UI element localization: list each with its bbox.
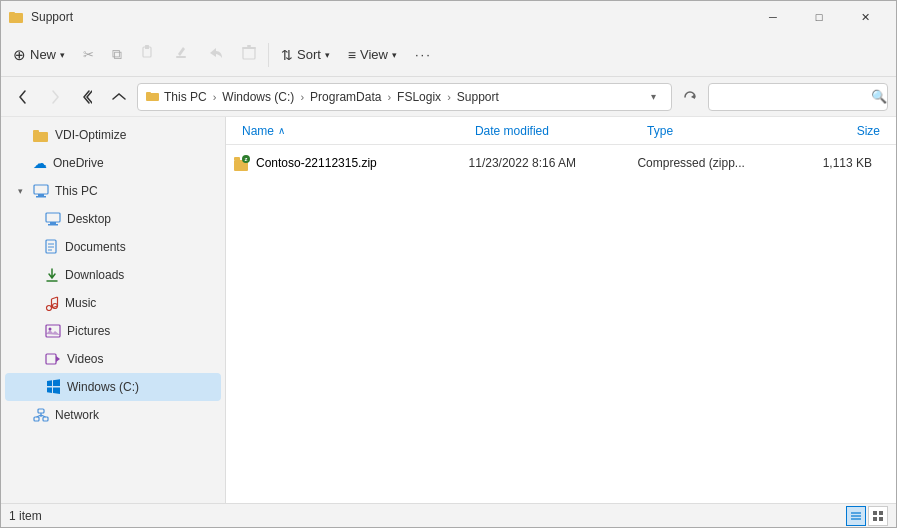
- file-date: 11/23/2022 8:16 AM: [469, 156, 638, 170]
- col-header-type[interactable]: Type: [639, 124, 785, 138]
- svg-point-24: [47, 306, 52, 311]
- title-folder-icon: [9, 9, 25, 25]
- more-button[interactable]: ···: [407, 39, 440, 71]
- delete-button[interactable]: [234, 39, 264, 71]
- download-icon: [45, 267, 59, 283]
- sidebar-label: OneDrive: [53, 156, 213, 170]
- main-content: VDI-Optimize ☁ OneDrive This PC Desktop …: [1, 117, 896, 503]
- svg-marker-10: [691, 94, 695, 99]
- sidebar-item-onedrive[interactable]: ☁ OneDrive: [5, 149, 221, 177]
- large-icon-view-button[interactable]: [868, 506, 888, 526]
- path-this-pc: This PC: [164, 90, 207, 104]
- view-label: View: [360, 47, 388, 62]
- col-header-size[interactable]: Size: [785, 124, 888, 138]
- address-path[interactable]: This PC › Windows (C:) › ProgramData › F…: [137, 83, 672, 111]
- file-area: Name ∧ Date modified Type Size z: [226, 117, 896, 503]
- table-row[interactable]: z Contoso-22112315.zip 11/23/2022 8:16 A…: [226, 149, 896, 177]
- path-windows: Windows (C:): [222, 90, 294, 104]
- sidebar-item-pictures[interactable]: Pictures: [5, 317, 221, 345]
- sidebar-item-music[interactable]: Music: [5, 289, 221, 317]
- svg-line-29: [52, 297, 58, 299]
- svg-rect-7: [247, 45, 251, 47]
- refresh-button[interactable]: [676, 83, 704, 111]
- docs-icon: [45, 239, 59, 255]
- sidebar-item-network[interactable]: Network: [5, 401, 221, 429]
- paste-icon: [140, 45, 156, 64]
- sidebar-label: VDI-Optimize: [55, 128, 213, 142]
- sidebar-item-videos[interactable]: Videos: [5, 345, 221, 373]
- sidebar-item-documents[interactable]: Documents: [5, 233, 221, 261]
- new-icon: ⊕: [13, 46, 26, 64]
- sidebar-item-desktop[interactable]: Desktop: [5, 205, 221, 233]
- forward-button[interactable]: [41, 83, 69, 111]
- sidebar-label: Desktop: [67, 212, 213, 226]
- toolbar: ⊕ New ▾ ✂ ⧉ ⇅ Sort ▾ ≡ View ▾ ·: [1, 33, 896, 77]
- svg-rect-32: [46, 354, 56, 364]
- videos-icon: [45, 352, 61, 366]
- new-button[interactable]: ⊕ New ▾: [5, 39, 73, 71]
- sidebar-item-windows-c[interactable]: Windows (C:): [5, 373, 221, 401]
- svg-rect-34: [38, 409, 44, 413]
- svg-rect-11: [33, 132, 48, 142]
- search-input[interactable]: [717, 90, 867, 104]
- view-button[interactable]: ≡ View ▾: [340, 39, 405, 71]
- svg-rect-36: [43, 417, 48, 421]
- sidebar-label: Downloads: [65, 268, 213, 282]
- file-name: Contoso-22112315.zip: [256, 156, 377, 170]
- file-list: z Contoso-22112315.zip 11/23/2022 8:16 A…: [226, 145, 896, 503]
- file-header: Name ∧ Date modified Type Size: [226, 117, 896, 145]
- path-sep-4: ›: [447, 91, 451, 103]
- back-button[interactable]: [9, 83, 37, 111]
- item-count: 1 item: [9, 509, 42, 523]
- sort-button[interactable]: ⇅ Sort ▾: [273, 39, 338, 71]
- path-support: Support: [457, 90, 499, 104]
- cut-icon: ✂: [83, 47, 94, 62]
- svg-rect-17: [50, 222, 56, 224]
- sidebar-item-this-pc[interactable]: This PC: [5, 177, 221, 205]
- cut-button[interactable]: ✂: [75, 39, 102, 71]
- address-bar: This PC › Windows (C:) › ProgramData › F…: [1, 77, 896, 117]
- minimize-button[interactable]: ─: [750, 1, 796, 33]
- folder-icon: [146, 90, 160, 104]
- svg-rect-6: [242, 47, 256, 49]
- rename-button[interactable]: [166, 39, 198, 71]
- share-button[interactable]: [200, 39, 232, 71]
- recent-button[interactable]: [73, 83, 101, 111]
- desktop-icon: [45, 212, 61, 226]
- thispc-icon: [33, 184, 49, 198]
- toolbar-separator: [268, 43, 269, 67]
- address-dropdown-button[interactable]: ▾: [643, 83, 663, 111]
- status-bar: 1 item: [1, 503, 896, 527]
- maximize-button[interactable]: □: [796, 1, 842, 33]
- sidebar-item-downloads[interactable]: Downloads: [5, 261, 221, 289]
- col-name-label: Name: [242, 124, 274, 138]
- delete-icon: [242, 45, 256, 64]
- up-button[interactable]: [105, 83, 133, 111]
- col-date-label: Date modified: [475, 124, 549, 138]
- svg-rect-1: [9, 12, 15, 15]
- details-view-button[interactable]: [846, 506, 866, 526]
- svg-rect-9: [146, 92, 151, 95]
- svg-rect-16: [46, 213, 60, 222]
- zip-file-icon: z: [234, 155, 250, 171]
- sidebar-label: Music: [65, 296, 213, 310]
- share-icon: [208, 45, 224, 64]
- svg-rect-14: [38, 194, 44, 196]
- network-icon: [33, 408, 49, 422]
- copy-button[interactable]: ⧉: [104, 39, 130, 71]
- new-dropdown-icon: ▾: [60, 50, 65, 60]
- svg-rect-12: [33, 130, 39, 133]
- file-size: 1,113 KB: [778, 156, 888, 170]
- col-header-name[interactable]: Name ∧: [234, 124, 467, 138]
- search-icon: 🔍: [871, 89, 887, 104]
- sort-label: Sort: [297, 47, 321, 62]
- svg-rect-18: [48, 224, 58, 226]
- col-header-date[interactable]: Date modified: [467, 124, 639, 138]
- path-programdata: ProgramData: [310, 90, 381, 104]
- paste-button[interactable]: [132, 39, 164, 71]
- sidebar-item-vdi-optimize[interactable]: VDI-Optimize: [5, 121, 221, 149]
- more-icon: ···: [415, 47, 432, 62]
- close-button[interactable]: ✕: [842, 1, 888, 33]
- search-box[interactable]: 🔍: [708, 83, 888, 111]
- path-fslogix: FSLogix: [397, 90, 441, 104]
